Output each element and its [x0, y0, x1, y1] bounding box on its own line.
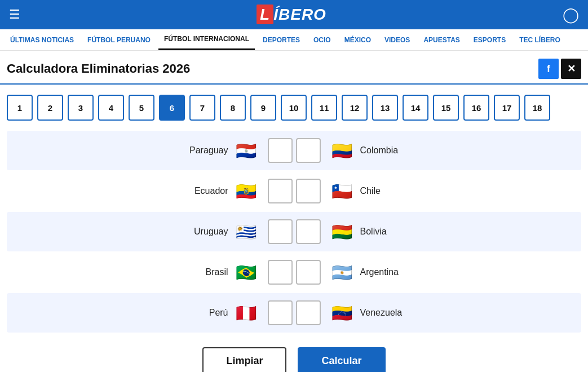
round-btn-2[interactable]: 2 — [37, 95, 63, 121]
score-inputs-1 — [268, 179, 321, 203]
matches-container: Paraguay 🇵🇾 🇨🇴 Colombia Ecuador 🇪🇨 🇨🇱 Ch… — [0, 131, 588, 333]
round-btn-1[interactable]: 1 — [7, 95, 33, 121]
home-flag-4: 🇵🇪 — [234, 300, 259, 325]
team-home-3: Brasil 🇧🇷 — [146, 260, 259, 285]
away-flag-3: 🇦🇷 — [330, 260, 355, 285]
away-team-name-2: Bolivia — [360, 227, 387, 237]
page-actions: f ✕ — [538, 59, 581, 79]
site-logo: LÍBERO — [257, 6, 326, 24]
away-score-input-3[interactable] — [296, 260, 321, 285]
away-score-input-0[interactable] — [296, 138, 321, 163]
team-away-4: 🇻🇪 Venezuela — [330, 300, 443, 325]
home-score-input-2[interactable] — [268, 219, 293, 244]
nav-item-ultimas-noticias[interactable]: ÚLTIMAS NOTICIAS — [5, 29, 79, 50]
team-away-0: 🇨🇴 Colombia — [330, 138, 443, 163]
nav-item-ocio[interactable]: OCIO — [308, 29, 337, 50]
away-score-input-4[interactable] — [296, 300, 321, 325]
away-flag-4: 🇻🇪 — [330, 300, 355, 325]
nav-item-apuestas[interactable]: APUESTAS — [418, 29, 465, 50]
away-flag-2: 🇧🇴 — [330, 219, 355, 244]
nav-item-videos[interactable]: VIDEOS — [379, 29, 415, 50]
page-header: Calculadora Eliminatorias 2026 f ✕ — [0, 51, 588, 85]
calcular-button[interactable]: Calcular — [298, 347, 385, 372]
away-team-name-4: Venezuela — [360, 308, 403, 318]
header: ☰ LÍBERO ◯ — [0, 0, 588, 29]
nav-item-esports[interactable]: ESPORTS — [468, 29, 511, 50]
home-flag-1: 🇪🇨 — [234, 179, 259, 203]
round-btn-6[interactable]: 6 — [159, 95, 185, 121]
score-inputs-0 — [268, 138, 321, 163]
round-btn-10[interactable]: 10 — [281, 95, 307, 121]
home-score-input-3[interactable] — [268, 260, 293, 285]
hamburger-icon[interactable]: ☰ — [9, 7, 20, 22]
team-away-2: 🇧🇴 Bolivia — [330, 219, 443, 244]
team-home-4: Perú 🇵🇪 — [146, 300, 259, 325]
nav-item-futbol-peruano[interactable]: FÚTBOL PERUANO — [82, 29, 156, 50]
home-score-input-1[interactable] — [268, 179, 293, 203]
home-team-name-0: Paraguay — [189, 145, 228, 156]
home-flag-0: 🇵🇾 — [234, 138, 259, 163]
round-btn-4[interactable]: 4 — [98, 95, 124, 121]
round-btn-9[interactable]: 9 — [250, 95, 276, 121]
nav-item-deportes[interactable]: DEPORTES — [257, 29, 306, 50]
away-flag-0: 🇨🇴 — [330, 138, 355, 163]
round-btn-11[interactable]: 11 — [311, 95, 337, 121]
home-score-input-4[interactable] — [268, 300, 293, 325]
round-btn-17[interactable]: 17 — [494, 95, 520, 121]
home-team-name-3: Brasil — [205, 267, 228, 277]
home-team-name-2: Uruguay — [194, 227, 228, 237]
round-btn-3[interactable]: 3 — [68, 95, 94, 121]
away-team-name-0: Colombia — [360, 145, 399, 156]
x-share-button[interactable]: ✕ — [561, 59, 581, 79]
facebook-share-button[interactable]: f — [538, 59, 559, 79]
match-row: Ecuador 🇪🇨 🇨🇱 Chile — [7, 171, 581, 211]
round-btn-16[interactable]: 16 — [463, 95, 489, 121]
round-btn-12[interactable]: 12 — [342, 95, 368, 121]
round-btn-7[interactable]: 7 — [189, 95, 215, 121]
home-score-input-0[interactable] — [268, 138, 293, 163]
buttons-container: Limpiar Calcular — [0, 334, 588, 372]
away-team-name-3: Argentina — [360, 267, 399, 277]
nav-item-mexico[interactable]: MÉXICO — [339, 29, 377, 50]
round-btn-5[interactable]: 5 — [129, 95, 154, 121]
score-inputs-2 — [268, 219, 321, 244]
home-team-name-1: Ecuador — [194, 186, 228, 196]
home-flag-3: 🇧🇷 — [234, 260, 259, 285]
score-inputs-3 — [268, 260, 321, 285]
page-title: Calculadora Eliminatorias 2026 — [7, 61, 190, 76]
round-btn-14[interactable]: 14 — [403, 95, 428, 121]
match-row: Perú 🇵🇪 🇻🇪 Venezuela — [7, 293, 581, 333]
team-away-1: 🇨🇱 Chile — [330, 179, 443, 203]
round-btn-15[interactable]: 15 — [433, 95, 459, 121]
whatsapp-icon[interactable]: ◯ — [563, 6, 579, 24]
round-btn-13[interactable]: 13 — [372, 95, 398, 121]
nav-item-tec-libero[interactable]: TEC LÍBERO — [514, 29, 566, 50]
away-team-name-1: Chile — [360, 186, 381, 196]
match-row: Paraguay 🇵🇾 🇨🇴 Colombia — [7, 131, 581, 170]
nav-item-futbol-internacional[interactable]: FÚTBOL INTERNACIONAL — [158, 29, 255, 50]
match-row: Uruguay 🇺🇾 🇧🇴 Bolivia — [7, 212, 581, 251]
home-flag-2: 🇺🇾 — [234, 219, 259, 244]
match-row: Brasil 🇧🇷 🇦🇷 Argentina — [7, 253, 581, 292]
home-team-name-4: Perú — [209, 308, 228, 318]
team-away-3: 🇦🇷 Argentina — [330, 260, 443, 285]
nav-bar: ÚLTIMAS NOTICIAS FÚTBOL PERUANO FÚTBOL I… — [0, 29, 588, 51]
limpiar-button[interactable]: Limpiar — [202, 347, 286, 372]
round-btn-18[interactable]: 18 — [524, 95, 550, 121]
away-score-input-2[interactable] — [296, 219, 321, 244]
round-btn-8[interactable]: 8 — [220, 95, 246, 121]
team-home-0: Paraguay 🇵🇾 — [146, 138, 259, 163]
score-inputs-4 — [268, 300, 321, 325]
rounds-container: 123456789101112131415161718 — [0, 85, 588, 131]
team-home-1: Ecuador 🇪🇨 — [146, 179, 259, 203]
team-home-2: Uruguay 🇺🇾 — [146, 219, 259, 244]
away-flag-1: 🇨🇱 — [330, 179, 355, 203]
away-score-input-1[interactable] — [296, 179, 321, 203]
